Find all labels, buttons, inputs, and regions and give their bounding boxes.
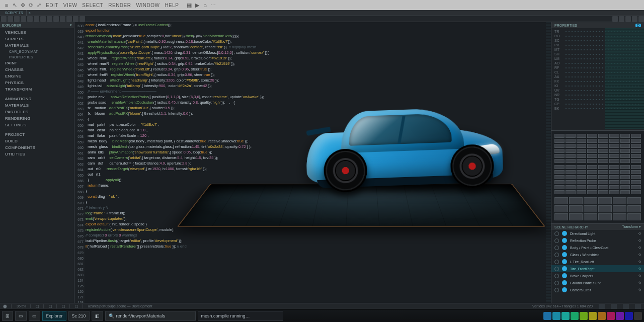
menu-edit[interactable]: EDIT xyxy=(44,2,60,9)
swatch[interactable] xyxy=(554,159,565,163)
swatch[interactable] xyxy=(566,170,576,174)
explorer-item[interactable]: Materials xyxy=(0,102,74,109)
tray-icon[interactable] xyxy=(552,312,560,320)
dots-icon[interactable]: ⋯ xyxy=(210,2,217,9)
swatch[interactable] xyxy=(631,139,641,143)
swatch[interactable] xyxy=(620,134,630,138)
grid-icon[interactable]: ▦ xyxy=(186,2,193,9)
lock-icon[interactable]: ◇ xyxy=(638,231,641,235)
swatch[interactable] xyxy=(609,159,619,163)
tray-icon[interactable] xyxy=(598,312,606,320)
swatch[interactable] xyxy=(609,139,619,143)
tool-x5[interactable] xyxy=(638,16,644,22)
swatch[interactable] xyxy=(598,185,608,189)
swatch[interactable] xyxy=(587,175,597,179)
task-explorer[interactable]: Explorer xyxy=(42,311,66,321)
swatch[interactable] xyxy=(577,180,587,184)
swatch[interactable] xyxy=(613,205,626,212)
status-chip-c[interactable] xyxy=(623,304,629,309)
tool-x2[interactable] xyxy=(619,16,624,22)
swatch[interactable] xyxy=(577,170,587,174)
swatch[interactable] xyxy=(627,205,641,212)
swatch[interactable] xyxy=(609,134,619,138)
swatch[interactable] xyxy=(598,154,608,158)
swatch[interactable] xyxy=(569,213,583,220)
swatch[interactable] xyxy=(566,139,576,143)
swatch[interactable] xyxy=(609,170,619,174)
swatch[interactable] xyxy=(598,149,608,153)
layers-menu[interactable]: Transform ▾ xyxy=(622,225,641,229)
swatch[interactable] xyxy=(566,144,576,148)
explorer-item[interactable]: Settings xyxy=(0,122,74,128)
swatch[interactable] xyxy=(598,159,608,163)
visibility-icon[interactable] xyxy=(554,253,559,257)
explorer-item[interactable]: Particles xyxy=(0,109,74,115)
visibility-icon[interactable] xyxy=(554,231,559,236)
swatch[interactable] xyxy=(554,149,565,153)
explorer-item[interactable]: Scripts xyxy=(0,36,74,42)
swatch[interactable] xyxy=(631,134,641,138)
layer-row[interactable]: Brake Calipers◇ xyxy=(551,272,644,279)
swatch[interactable] xyxy=(620,144,630,148)
menu-render[interactable]: RENDER xyxy=(107,2,132,9)
swatch[interactable] xyxy=(566,180,576,184)
explorer-item[interactable]: Paint xyxy=(0,60,74,66)
swatch[interactable] xyxy=(598,197,612,204)
tray-icon[interactable] xyxy=(589,312,597,320)
swatch[interactable] xyxy=(554,205,568,212)
swatch[interactable] xyxy=(566,149,576,153)
visibility-icon[interactable] xyxy=(554,288,559,292)
tool-l[interactable] xyxy=(73,16,78,22)
tool-c[interactable] xyxy=(14,16,20,22)
swatch[interactable] xyxy=(554,170,565,174)
visibility-icon[interactable] xyxy=(554,238,559,243)
lock-icon[interactable]: ◇ xyxy=(638,246,641,250)
explorer-item[interactable]: Vehicles xyxy=(0,29,74,36)
swatch[interactable] xyxy=(587,190,597,194)
layer-row[interactable]: Directional Light◇ xyxy=(551,230,644,237)
explorer-item[interactable]: Chassis xyxy=(0,66,74,73)
tool-b[interactable] xyxy=(8,16,13,22)
swatch[interactable] xyxy=(554,134,565,138)
tray-icon[interactable] xyxy=(625,312,633,320)
tool-g[interactable] xyxy=(40,16,46,22)
swatch[interactable] xyxy=(554,180,565,184)
swatch[interactable] xyxy=(566,134,576,138)
swatch[interactable] xyxy=(609,190,619,194)
menu-select[interactable]: SELECT xyxy=(80,2,105,9)
swatch[interactable] xyxy=(554,190,565,194)
swatch[interactable] xyxy=(587,185,597,189)
swatch[interactable] xyxy=(620,149,630,153)
swatch[interactable] xyxy=(577,154,587,158)
layer-row[interactable]: Body • Paint • ClearCoat◇ xyxy=(551,244,644,251)
scale-icon[interactable]: ⤢ xyxy=(35,2,42,9)
explorer-item[interactable]: Transform xyxy=(0,86,74,93)
swatch[interactable] xyxy=(627,197,641,204)
swatch[interactable] xyxy=(598,170,608,174)
swatch[interactable] xyxy=(554,165,565,169)
tool-x3[interactable] xyxy=(625,16,631,22)
swatch[interactable] xyxy=(609,175,619,179)
swatch[interactable] xyxy=(587,139,597,143)
swatch[interactable] xyxy=(566,175,576,179)
swatch[interactable] xyxy=(620,139,630,143)
menu-window[interactable]: WINDOW xyxy=(134,2,161,9)
move-icon[interactable]: ✥ xyxy=(19,2,26,9)
visibility-icon[interactable] xyxy=(554,246,559,250)
task-script[interactable]: Sc 210 xyxy=(68,311,90,321)
explorer-item[interactable]: Physics xyxy=(0,79,74,86)
swatch[interactable] xyxy=(613,197,626,204)
swatch[interactable] xyxy=(554,213,568,220)
swatch[interactable] xyxy=(587,149,597,153)
tool-d[interactable] xyxy=(21,16,26,22)
swatch[interactable] xyxy=(577,159,587,163)
swatch[interactable] xyxy=(554,154,565,158)
swatch[interactable] xyxy=(554,185,565,189)
tray-icon[interactable] xyxy=(561,312,570,320)
lock-icon[interactable]: ◇ xyxy=(638,281,641,285)
swatch[interactable] xyxy=(631,170,641,174)
explorer-item[interactable]: materials xyxy=(0,42,74,49)
explorer-item[interactable]: Animations xyxy=(0,96,74,102)
tool-f[interactable] xyxy=(34,16,39,22)
menu-help[interactable]: HELP xyxy=(163,2,180,9)
